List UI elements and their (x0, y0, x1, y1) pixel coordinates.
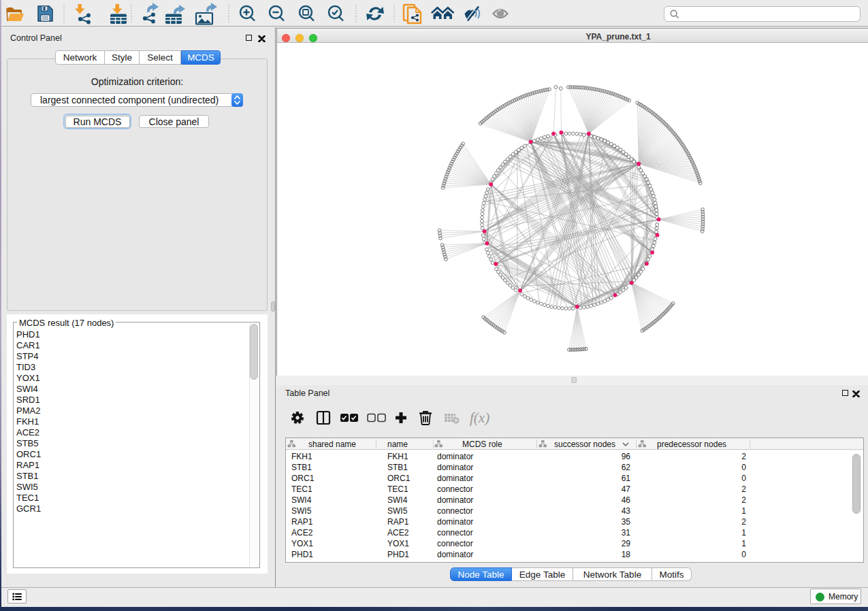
svg-text:47: 47 (622, 484, 631, 494)
svg-text:f(x): f(x) (470, 410, 489, 426)
svg-text:connector: connector (437, 484, 473, 494)
svg-text:successor nodes: successor nodes (554, 440, 615, 449)
svg-text:43: 43 (622, 506, 631, 516)
svg-text:MCDS role: MCDS role (462, 440, 502, 449)
svg-text:YOX1: YOX1 (387, 539, 409, 548)
svg-text:predecessor nodes: predecessor nodes (657, 440, 726, 449)
svg-text:ACE2: ACE2 (387, 528, 409, 538)
svg-text:dominator: dominator (437, 517, 473, 527)
svg-text:SWI4: SWI4 (387, 495, 408, 505)
svg-text:18: 18 (622, 550, 631, 559)
svg-text:ORC1: ORC1 (291, 474, 315, 483)
svg-text:35: 35 (622, 517, 631, 527)
svg-text:connector: connector (437, 506, 473, 516)
svg-text:1: 1 (741, 539, 746, 548)
svg-text:0: 0 (741, 550, 746, 559)
svg-text:PHD1: PHD1 (291, 550, 313, 559)
svg-text:2: 2 (741, 517, 746, 527)
svg-text:name: name (387, 440, 408, 449)
svg-text:connector: connector (437, 539, 473, 548)
svg-text:FKH1: FKH1 (387, 452, 408, 461)
svg-text:29: 29 (622, 539, 631, 548)
svg-text:PHD1: PHD1 (387, 550, 409, 559)
svg-text:RAP1: RAP1 (291, 517, 313, 527)
svg-text:connector: connector (437, 528, 473, 538)
svg-text:dominator: dominator (437, 550, 473, 559)
svg-text:shared name: shared name (308, 440, 356, 449)
svg-text:STB1: STB1 (387, 463, 408, 472)
svg-text:46: 46 (622, 495, 631, 505)
svg-text:SWI5: SWI5 (291, 506, 312, 516)
svg-text:2: 2 (741, 452, 746, 461)
svg-text:96: 96 (622, 452, 631, 461)
svg-text:ORC1: ORC1 (387, 474, 411, 483)
svg-text:RAP1: RAP1 (387, 517, 409, 527)
svg-text:SWI5: SWI5 (387, 506, 408, 516)
svg-text:dominator: dominator (437, 452, 473, 461)
svg-text:1: 1 (741, 506, 746, 516)
svg-text:TEC1: TEC1 (291, 484, 312, 494)
svg-text:dominator: dominator (437, 495, 473, 505)
svg-text:YOX1: YOX1 (291, 539, 313, 548)
svg-text:2: 2 (741, 495, 746, 505)
svg-text:0: 0 (741, 463, 746, 472)
svg-text:2: 2 (741, 484, 746, 494)
svg-text:STB1: STB1 (291, 463, 312, 472)
svg-text:dominator: dominator (437, 474, 473, 483)
svg-text:FKH1: FKH1 (291, 452, 312, 461)
svg-text:dominator: dominator (437, 463, 473, 472)
svg-text:ACE2: ACE2 (291, 528, 313, 538)
svg-text:31: 31 (622, 528, 631, 538)
svg-text:TEC1: TEC1 (387, 484, 408, 494)
svg-text:62: 62 (622, 463, 631, 472)
svg-text:SWI4: SWI4 (291, 495, 312, 505)
svg-text:0: 0 (741, 474, 746, 483)
svg-text:1: 1 (741, 528, 746, 538)
svg-text:61: 61 (622, 474, 631, 483)
